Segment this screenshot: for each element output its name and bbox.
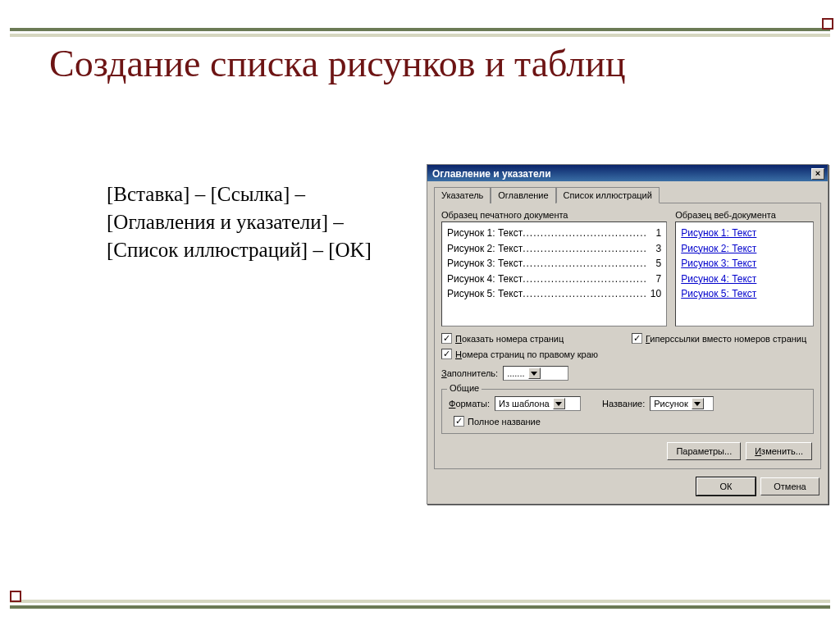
checkmark-icon: ✓ bbox=[441, 333, 452, 344]
tab-panel-figures: Образец печатного документа Рисунок 1: Т… bbox=[434, 203, 821, 469]
group-general: Общие Форматы: Из шаблона Название: Рису… bbox=[441, 389, 814, 434]
ornament-square-icon bbox=[10, 591, 21, 602]
chevron-down-icon bbox=[553, 398, 565, 409]
checkmark-icon: ✓ bbox=[454, 416, 464, 427]
close-button[interactable]: × bbox=[811, 168, 824, 180]
print-preview-line: Рисунок 2: Текст........................… bbox=[447, 241, 661, 257]
ornament-square-icon bbox=[822, 18, 833, 30]
leader-combo[interactable]: ....... bbox=[503, 366, 568, 381]
print-preview-line: Рисунок 5: Текст........................… bbox=[447, 286, 661, 302]
chevron-down-icon bbox=[528, 368, 541, 379]
close-icon: × bbox=[815, 168, 820, 178]
caption-value: Рисунок bbox=[654, 399, 688, 409]
modify-button[interactable]: Изменить... bbox=[746, 442, 812, 460]
leader-label: Заполнитель: bbox=[441, 368, 498, 378]
instructions-text: [Вставка] – [Ссылка] – [Оглавления и ука… bbox=[107, 180, 402, 263]
dialog-titlebar: Оглавление и указатели × bbox=[427, 165, 828, 181]
tab-index[interactable]: Указатель bbox=[434, 187, 491, 203]
print-preview-line: Рисунок 3: Текст........................… bbox=[447, 256, 661, 272]
web-preview-label: Образец веб-документа bbox=[675, 210, 814, 220]
formats-value: Из шаблона bbox=[499, 399, 550, 409]
rule bbox=[10, 34, 830, 37]
print-preview-label: Образец печатного документа bbox=[441, 210, 667, 220]
cancel-button[interactable]: Отмена bbox=[760, 477, 819, 495]
checkmark-icon: ✓ bbox=[632, 333, 642, 344]
print-preview-box: Рисунок 1: Текст........................… bbox=[441, 221, 667, 326]
web-preview-link: Рисунок 5: Текст bbox=[681, 286, 808, 302]
tabstrip: Указатель Оглавление Список иллюстраций bbox=[434, 186, 821, 203]
checkmark-icon: ✓ bbox=[441, 349, 452, 359]
ok-button[interactable]: ОК bbox=[696, 477, 756, 495]
web-preview-link: Рисунок 2: Текст bbox=[681, 241, 808, 257]
group-general-legend: Общие bbox=[447, 383, 482, 393]
dialog-title-text: Оглавление и указатели bbox=[432, 168, 551, 180]
leader-value: ....... bbox=[507, 368, 524, 378]
web-preview-link: Рисунок 4: Текст bbox=[681, 272, 808, 287]
page-title: Создание списка рисунков и таблиц bbox=[49, 43, 807, 85]
tab-figures[interactable]: Список иллюстраций bbox=[556, 187, 660, 203]
slide-frame: Создание списка рисунков и таблиц [Встав… bbox=[0, 0, 840, 630]
caption-label: Название: bbox=[602, 399, 645, 409]
rule bbox=[10, 605, 830, 609]
rule bbox=[10, 600, 830, 603]
formats-combo[interactable]: Из шаблона bbox=[495, 396, 581, 411]
checkbox-full-caption[interactable]: ✓ Полное название bbox=[454, 416, 541, 427]
dialog-table-of-figures: Оглавление и указатели × Указатель Оглав… bbox=[427, 164, 829, 504]
web-preview-box: Рисунок 1: ТекстРисунок 2: ТекстРисунок … bbox=[675, 221, 814, 326]
web-preview-link: Рисунок 1: Текст bbox=[681, 226, 808, 241]
full-caption-label: Полное название bbox=[468, 417, 541, 427]
print-preview-line: Рисунок 4: Текст........................… bbox=[447, 272, 661, 287]
rule bbox=[10, 28, 830, 31]
checkbox-show-page-numbers[interactable]: ✓ Показать номера страниц bbox=[441, 333, 623, 344]
print-preview-line: Рисунок 1: Текст........................… bbox=[447, 226, 661, 241]
formats-label: Форматы: bbox=[449, 399, 490, 409]
checkbox-hyperlinks[interactable]: ✓ Гиперссылки вместо номеров страниц bbox=[632, 333, 814, 344]
tab-toc[interactable]: Оглавление bbox=[491, 187, 555, 203]
caption-combo[interactable]: Рисунок bbox=[650, 396, 714, 411]
chevron-down-icon bbox=[692, 398, 704, 409]
options-button[interactable]: Параметры... bbox=[667, 442, 741, 460]
web-preview-link: Рисунок 3: Текст bbox=[681, 256, 808, 272]
checkbox-right-align-numbers[interactable]: ✓ Номера страниц по правому краю bbox=[441, 349, 623, 359]
